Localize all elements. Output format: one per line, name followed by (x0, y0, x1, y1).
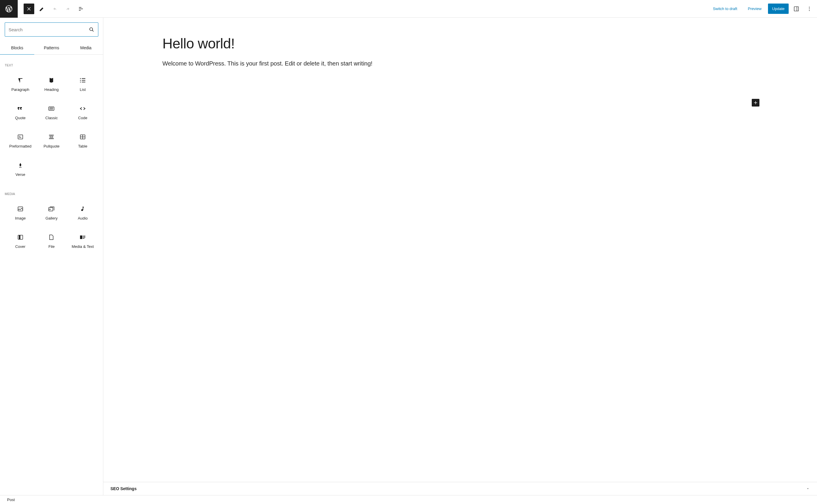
block-label: Paragraph (11, 87, 29, 92)
tools-button[interactable] (37, 4, 47, 14)
editor-top-bar: Switch to draft Preview Update (0, 0, 817, 18)
svg-rect-1 (79, 9, 83, 9)
file-icon (48, 234, 55, 241)
block-label: Heading (44, 87, 58, 92)
wordpress-logo[interactable] (0, 0, 18, 18)
svg-rect-19 (52, 109, 53, 109)
block-table[interactable]: Table (67, 127, 98, 155)
chevron-down-icon (806, 487, 810, 491)
svg-rect-22 (19, 136, 20, 137)
verse-icon (17, 162, 24, 169)
svg-rect-25 (50, 136, 53, 138)
options-menu-button[interactable] (804, 4, 815, 14)
document-overview-button[interactable] (76, 4, 86, 14)
block-cover[interactable]: Cover (5, 227, 36, 255)
image-icon (17, 205, 24, 212)
add-block-button[interactable] (752, 99, 759, 107)
svg-rect-23 (19, 137, 21, 138)
redo-button[interactable] (63, 4, 73, 14)
block-label: Classic (45, 116, 58, 120)
block-label: Quote (15, 116, 25, 120)
quote-icon (17, 105, 24, 112)
block-label: Cover (15, 244, 25, 249)
search-icon (89, 27, 94, 32)
block-preformatted[interactable]: Preformatted (5, 127, 36, 155)
audio-icon (79, 205, 86, 212)
block-label: Code (78, 116, 87, 120)
block-code[interactable]: Code (67, 98, 98, 127)
svg-rect-26 (49, 138, 54, 139)
svg-point-8 (90, 28, 93, 31)
section-media-label: MEDIA (5, 192, 98, 196)
code-icon (79, 105, 86, 112)
block-label: List (80, 87, 86, 92)
block-verse[interactable]: Verse (5, 155, 36, 183)
svg-rect-17 (50, 109, 50, 109)
svg-rect-18 (51, 109, 52, 109)
svg-line-9 (92, 30, 94, 32)
preview-button[interactable]: Preview (744, 4, 766, 14)
editor-canvas[interactable]: Hello world! Welcome to WordPress. This … (103, 18, 817, 482)
svg-rect-12 (82, 82, 85, 82)
svg-point-6 (809, 8, 810, 9)
settings-panel-toggle[interactable] (791, 4, 802, 14)
paragraph-icon (17, 77, 24, 84)
block-label: Pullquote (43, 144, 59, 148)
block-label: File (48, 244, 55, 249)
svg-rect-38 (83, 237, 85, 238)
toolbar-right: Switch to draft Preview Update (709, 4, 815, 14)
tab-blocks[interactable]: Blocks (0, 41, 34, 54)
svg-rect-11 (82, 80, 85, 81)
svg-rect-30 (19, 167, 22, 168)
svg-rect-21 (18, 135, 23, 139)
inserter-tabs: Blocks Patterns Media (0, 41, 103, 55)
pullquote-icon (48, 133, 55, 140)
svg-rect-35 (19, 235, 20, 239)
search-box[interactable] (5, 22, 98, 37)
heading-icon (48, 77, 55, 84)
block-audio[interactable]: Audio (67, 199, 98, 227)
undo-button[interactable] (50, 4, 60, 14)
block-list[interactable]: List (67, 70, 98, 98)
toolbar-left (18, 4, 86, 14)
update-button[interactable]: Update (768, 4, 789, 14)
block-file[interactable]: File (36, 227, 67, 255)
post-body[interactable]: Welcome to WordPress. This is your first… (162, 59, 758, 68)
block-gallery[interactable]: Gallery (36, 199, 67, 227)
switch-to-draft-button[interactable]: Switch to draft (709, 4, 741, 14)
preformatted-icon (17, 133, 24, 140)
status-bar: Post (0, 495, 817, 504)
svg-rect-14 (80, 80, 81, 81)
block-paragraph[interactable]: Paragraph (5, 70, 36, 98)
block-list[interactable]: TEXT ParagraphHeadingListQuoteClassicCod… (0, 55, 103, 495)
seo-settings-label: SEO Settings (110, 486, 137, 491)
block-image[interactable]: Image (5, 199, 36, 227)
svg-rect-24 (49, 135, 54, 135)
block-pullquote[interactable]: Pullquote (36, 127, 67, 155)
post-title[interactable]: Hello world! (162, 35, 758, 52)
section-text-label: TEXT (5, 63, 98, 67)
search-input[interactable] (9, 27, 89, 32)
block-heading[interactable]: Heading (36, 70, 67, 98)
breadcrumb-root[interactable]: Post (7, 498, 15, 502)
inserter-panel: Blocks Patterns Media TEXT ParagraphHead… (0, 18, 103, 495)
svg-rect-39 (83, 238, 84, 239)
media-text-icon (79, 234, 86, 241)
block-label: Media & Text (72, 244, 94, 249)
block-media-text[interactable]: Media & Text (67, 227, 98, 255)
block-label: Verse (15, 172, 25, 177)
toggle-inserter-button[interactable] (24, 4, 34, 14)
block-label: Audio (78, 216, 88, 220)
svg-rect-13 (80, 78, 81, 79)
svg-rect-10 (82, 78, 85, 79)
seo-settings-panel[interactable]: SEO Settings (103, 482, 817, 495)
tab-patterns[interactable]: Patterns (34, 41, 68, 54)
svg-rect-37 (83, 236, 85, 236)
svg-rect-16 (49, 107, 54, 110)
block-classic[interactable]: Classic (36, 98, 67, 127)
list-icon (79, 77, 86, 84)
tab-media[interactable]: Media (69, 41, 103, 54)
block-quote[interactable]: Quote (5, 98, 36, 127)
block-label: Gallery (45, 216, 58, 220)
svg-point-7 (809, 10, 810, 11)
